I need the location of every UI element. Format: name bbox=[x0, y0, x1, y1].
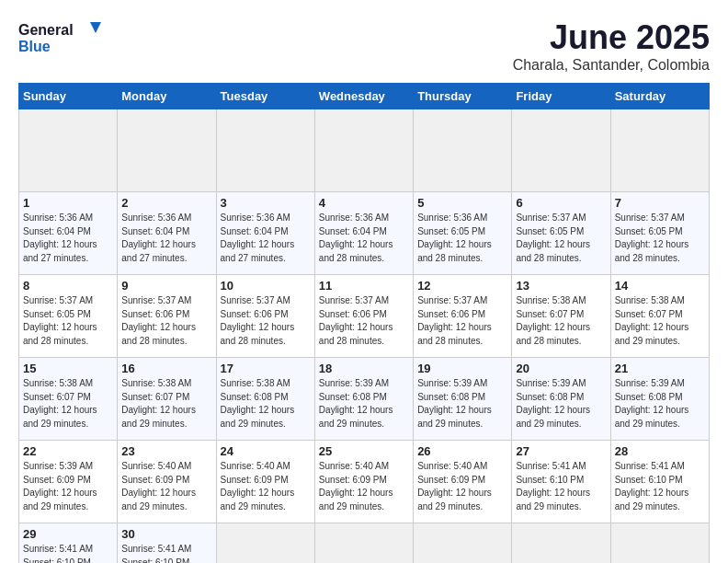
calendar-table: Sunday Monday Tuesday Wednesday Thursday… bbox=[18, 83, 710, 563]
cell-4-2: 24Sunrise: 5:40 AM Sunset: 6:09 PM Dayli… bbox=[216, 441, 314, 523]
week-row-2: 8Sunrise: 5:37 AM Sunset: 6:05 PM Daylig… bbox=[19, 275, 710, 358]
day-info: Sunrise: 5:36 AM Sunset: 6:04 PM Dayligh… bbox=[221, 212, 311, 265]
day-number: 20 bbox=[516, 362, 606, 375]
cell-3-0: 15Sunrise: 5:38 AM Sunset: 6:07 PM Dayli… bbox=[19, 358, 118, 441]
day-info: Sunrise: 5:36 AM Sunset: 6:04 PM Dayligh… bbox=[319, 212, 409, 265]
cell-1-3: 4Sunrise: 5:36 AM Sunset: 6:04 PM Daylig… bbox=[314, 192, 413, 275]
day-number: 5 bbox=[417, 196, 507, 210]
day-number: 18 bbox=[319, 362, 409, 375]
cell-4-3: 25Sunrise: 5:40 AM Sunset: 6:09 PM Dayli… bbox=[314, 441, 413, 523]
col-monday: Monday bbox=[118, 84, 216, 109]
day-info: Sunrise: 5:40 AM Sunset: 6:09 PM Dayligh… bbox=[319, 460, 409, 513]
day-number: 16 bbox=[121, 362, 211, 375]
cell-1-2: 3Sunrise: 5:36 AM Sunset: 6:04 PM Daylig… bbox=[216, 192, 314, 275]
cell-1-6: 7Sunrise: 5:37 AM Sunset: 6:05 PM Daylig… bbox=[610, 192, 709, 275]
day-info: Sunrise: 5:38 AM Sunset: 6:07 PM Dayligh… bbox=[121, 377, 211, 431]
week-row-3: 15Sunrise: 5:38 AM Sunset: 6:07 PM Dayli… bbox=[19, 358, 710, 441]
day-info: Sunrise: 5:38 AM Sunset: 6:07 PM Dayligh… bbox=[615, 294, 705, 348]
day-number: 26 bbox=[417, 444, 507, 458]
day-number: 21 bbox=[615, 362, 705, 375]
cell-2-0: 8Sunrise: 5:37 AM Sunset: 6:05 PM Daylig… bbox=[19, 275, 118, 358]
location-title: Charala, Santander, Colombia bbox=[513, 57, 710, 74]
day-info: Sunrise: 5:38 AM Sunset: 6:08 PM Dayligh… bbox=[221, 377, 311, 431]
col-tuesday: Tuesday bbox=[216, 84, 314, 109]
cell-5-0: 29Sunrise: 5:41 AM Sunset: 6:10 PM Dayli… bbox=[19, 523, 118, 564]
cell-3-5: 20Sunrise: 5:39 AM Sunset: 6:08 PM Dayli… bbox=[512, 358, 610, 441]
day-number: 7 bbox=[615, 196, 705, 210]
col-saturday: Saturday bbox=[610, 84, 709, 109]
day-info: Sunrise: 5:39 AM Sunset: 6:08 PM Dayligh… bbox=[319, 377, 409, 431]
day-info: Sunrise: 5:37 AM Sunset: 6:06 PM Dayligh… bbox=[319, 294, 409, 348]
cell-5-6 bbox=[610, 523, 709, 564]
day-info: Sunrise: 5:39 AM Sunset: 6:09 PM Dayligh… bbox=[23, 460, 113, 513]
week-row-5: 29Sunrise: 5:41 AM Sunset: 6:10 PM Dayli… bbox=[19, 523, 710, 564]
cell-2-2: 10Sunrise: 5:37 AM Sunset: 6:06 PM Dayli… bbox=[216, 275, 314, 358]
day-number: 6 bbox=[516, 196, 606, 210]
cell-3-6: 21Sunrise: 5:39 AM Sunset: 6:08 PM Dayli… bbox=[610, 358, 709, 441]
day-info: Sunrise: 5:40 AM Sunset: 6:09 PM Dayligh… bbox=[221, 460, 311, 513]
day-info: Sunrise: 5:37 AM Sunset: 6:05 PM Dayligh… bbox=[516, 212, 606, 265]
cell-0-4 bbox=[414, 109, 512, 192]
day-info: Sunrise: 5:37 AM Sunset: 6:05 PM Dayligh… bbox=[23, 294, 113, 348]
cell-2-3: 11Sunrise: 5:37 AM Sunset: 6:06 PM Dayli… bbox=[314, 275, 413, 358]
week-row-1: 1Sunrise: 5:36 AM Sunset: 6:04 PM Daylig… bbox=[19, 192, 710, 275]
cell-0-1 bbox=[118, 109, 216, 192]
cell-0-3 bbox=[314, 109, 413, 192]
svg-text:General: General bbox=[18, 22, 74, 38]
cell-0-5 bbox=[512, 109, 610, 192]
day-number: 28 bbox=[615, 444, 705, 458]
col-friday: Friday bbox=[512, 84, 610, 109]
logo-svg: General Blue bbox=[18, 18, 101, 60]
day-number: 23 bbox=[121, 444, 211, 458]
day-info: Sunrise: 5:36 AM Sunset: 6:04 PM Dayligh… bbox=[23, 212, 113, 265]
day-number: 10 bbox=[221, 279, 311, 293]
day-number: 15 bbox=[23, 362, 113, 375]
cell-5-4 bbox=[414, 523, 512, 564]
cell-4-1: 23Sunrise: 5:40 AM Sunset: 6:09 PM Dayli… bbox=[118, 441, 216, 523]
col-thursday: Thursday bbox=[414, 84, 512, 109]
day-info: Sunrise: 5:36 AM Sunset: 6:04 PM Dayligh… bbox=[121, 212, 211, 265]
cell-3-3: 18Sunrise: 5:39 AM Sunset: 6:08 PM Dayli… bbox=[314, 358, 413, 441]
day-number: 30 bbox=[121, 527, 211, 541]
day-number: 12 bbox=[417, 279, 507, 293]
col-sunday: Sunday bbox=[19, 84, 118, 109]
day-info: Sunrise: 5:39 AM Sunset: 6:08 PM Dayligh… bbox=[516, 377, 606, 431]
cell-5-3 bbox=[314, 523, 413, 564]
day-number: 19 bbox=[417, 362, 507, 375]
month-title: June 2025 bbox=[513, 18, 710, 57]
col-wednesday: Wednesday bbox=[314, 84, 413, 109]
cell-5-1: 30Sunrise: 5:41 AM Sunset: 6:10 PM Dayli… bbox=[118, 523, 216, 564]
day-info: Sunrise: 5:37 AM Sunset: 6:06 PM Dayligh… bbox=[221, 294, 311, 348]
cell-5-2 bbox=[216, 523, 314, 564]
day-number: 14 bbox=[615, 279, 705, 293]
day-number: 29 bbox=[23, 527, 113, 541]
day-info: Sunrise: 5:41 AM Sunset: 6:10 PM Dayligh… bbox=[121, 543, 211, 563]
svg-marker-2 bbox=[90, 22, 101, 33]
cell-3-2: 17Sunrise: 5:38 AM Sunset: 6:08 PM Dayli… bbox=[216, 358, 314, 441]
day-info: Sunrise: 5:37 AM Sunset: 6:05 PM Dayligh… bbox=[615, 212, 705, 265]
day-number: 17 bbox=[221, 362, 311, 375]
week-row-0 bbox=[19, 109, 710, 192]
day-info: Sunrise: 5:41 AM Sunset: 6:10 PM Dayligh… bbox=[615, 460, 705, 513]
cell-4-0: 22Sunrise: 5:39 AM Sunset: 6:09 PM Dayli… bbox=[19, 441, 118, 523]
day-number: 1 bbox=[23, 196, 113, 210]
cell-2-5: 13Sunrise: 5:38 AM Sunset: 6:07 PM Dayli… bbox=[512, 275, 610, 358]
day-info: Sunrise: 5:40 AM Sunset: 6:09 PM Dayligh… bbox=[121, 460, 211, 513]
day-info: Sunrise: 5:38 AM Sunset: 6:07 PM Dayligh… bbox=[516, 294, 606, 348]
cell-5-5 bbox=[512, 523, 610, 564]
day-info: Sunrise: 5:39 AM Sunset: 6:08 PM Dayligh… bbox=[615, 377, 705, 431]
day-info: Sunrise: 5:37 AM Sunset: 6:06 PM Dayligh… bbox=[121, 294, 211, 348]
day-number: 25 bbox=[319, 444, 409, 458]
cell-4-5: 27Sunrise: 5:41 AM Sunset: 6:10 PM Dayli… bbox=[512, 441, 610, 523]
day-info: Sunrise: 5:39 AM Sunset: 6:08 PM Dayligh… bbox=[417, 377, 507, 431]
cell-2-6: 14Sunrise: 5:38 AM Sunset: 6:07 PM Dayli… bbox=[610, 275, 709, 358]
cell-2-4: 12Sunrise: 5:37 AM Sunset: 6:06 PM Dayli… bbox=[414, 275, 512, 358]
cell-2-1: 9Sunrise: 5:37 AM Sunset: 6:06 PM Daylig… bbox=[118, 275, 216, 358]
day-info: Sunrise: 5:37 AM Sunset: 6:06 PM Dayligh… bbox=[417, 294, 507, 348]
cell-4-4: 26Sunrise: 5:40 AM Sunset: 6:09 PM Dayli… bbox=[414, 441, 512, 523]
day-number: 2 bbox=[121, 196, 211, 210]
day-number: 4 bbox=[319, 196, 409, 210]
day-number: 27 bbox=[516, 444, 606, 458]
cell-0-0 bbox=[19, 109, 118, 192]
day-info: Sunrise: 5:41 AM Sunset: 6:10 PM Dayligh… bbox=[23, 543, 113, 563]
